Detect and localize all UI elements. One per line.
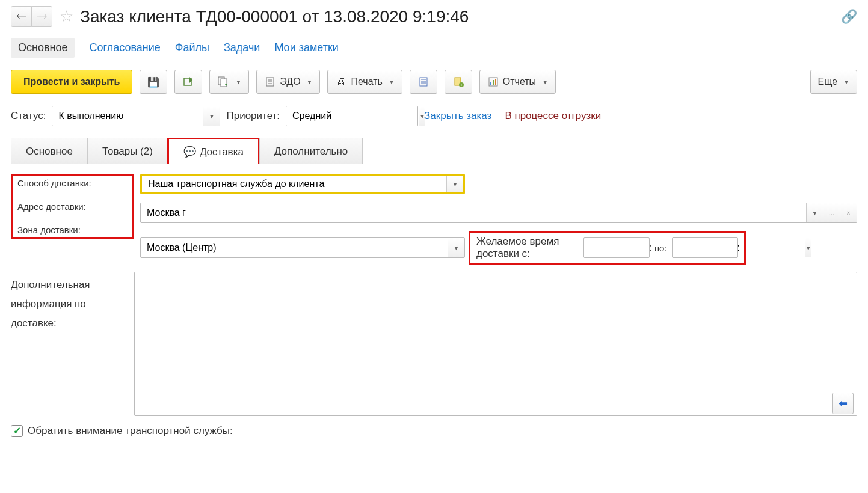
shipping-status-link[interactable]: В процессе отгрузки bbox=[505, 110, 601, 122]
delivery-time-group: Желаемое время доставки с: ▼ по: ▼ bbox=[469, 231, 746, 265]
toolbar: Провести и закрыть 💾 ▼ ЭДО▼ 🖨Печать▼ + О… bbox=[11, 70, 857, 94]
header-bar: 🡐 🡒 ☆ Заказ клиента ТД00-000001 от 13.08… bbox=[11, 6, 857, 27]
dropdown-button[interactable]: ▼ bbox=[806, 203, 823, 222]
subtab-goods[interactable]: Товары (2) bbox=[87, 138, 168, 164]
time-to-combo[interactable]: ▼ bbox=[672, 237, 738, 258]
subtab-main[interactable]: Основное bbox=[11, 138, 88, 164]
priority-combo[interactable]: ▼ bbox=[286, 106, 418, 126]
edo-icon bbox=[264, 76, 276, 88]
zone-input[interactable] bbox=[141, 238, 448, 257]
dropdown-button[interactable]: ▼ bbox=[448, 238, 464, 257]
time-to-label: по: bbox=[654, 243, 667, 253]
favorite-star-icon[interactable]: ☆ bbox=[57, 8, 75, 26]
dropdown-button[interactable]: ▼ bbox=[805, 238, 811, 257]
priority-input[interactable] bbox=[286, 106, 419, 126]
svg-rect-16 bbox=[493, 80, 494, 85]
clear-button[interactable]: × bbox=[840, 203, 857, 222]
paste-arrow-button[interactable]: ⬅ bbox=[832, 393, 854, 414]
address-label: Адрес доставки: bbox=[17, 201, 128, 212]
edo-button[interactable]: ЭДО▼ bbox=[256, 70, 320, 94]
svg-text:+: + bbox=[460, 83, 463, 87]
delivery-form: Способ доставки: Адрес доставки: Зона до… bbox=[11, 171, 857, 439]
permalink-icon[interactable]: 🔗 bbox=[841, 9, 857, 25]
secondary-tabs: Основное Товары (2) 💬Доставка Дополнител… bbox=[11, 137, 857, 164]
status-row: Статус: ▼ Приоритет: ▼ Закрыть заказ В п… bbox=[11, 106, 857, 126]
dropdown-caret-icon: ▼ bbox=[542, 79, 548, 85]
time-from-label: Желаемое время доставки с: bbox=[476, 236, 579, 260]
method-label: Способ доставки: bbox=[17, 178, 128, 188]
svg-rect-17 bbox=[495, 79, 496, 85]
subtab-extra[interactable]: Дополнительно bbox=[259, 138, 363, 164]
attach-button[interactable]: + bbox=[445, 70, 472, 94]
doc-copy-icon bbox=[217, 76, 229, 88]
new-doc-icon: + bbox=[452, 76, 464, 88]
list-button[interactable] bbox=[410, 70, 437, 94]
comment-icon: 💬 bbox=[183, 145, 196, 158]
dropdown-caret-icon: ▼ bbox=[235, 79, 241, 85]
svg-rect-15 bbox=[490, 82, 491, 85]
time-from-combo[interactable]: ▼ bbox=[583, 237, 650, 258]
ellipsis-button[interactable]: … bbox=[823, 203, 840, 222]
delivery-labels-group: Способ доставки: Адрес доставки: Зона до… bbox=[11, 174, 134, 239]
status-combo[interactable]: ▼ bbox=[52, 106, 220, 126]
dropdown-caret-icon: ▼ bbox=[307, 79, 313, 85]
tab-notes[interactable]: Мои заметки bbox=[274, 41, 339, 54]
tab-main[interactable]: Основное bbox=[11, 38, 75, 58]
back-button[interactable]: 🡐 bbox=[11, 6, 32, 27]
dropdown-caret-icon: ▼ bbox=[843, 79, 849, 85]
create-based-on-button[interactable]: ▼ bbox=[209, 70, 249, 94]
dropdown-button[interactable]: ▼ bbox=[203, 106, 220, 126]
dropdown-button[interactable]: ▼ bbox=[446, 176, 463, 192]
subtab-delivery[interactable]: 💬Доставка bbox=[167, 138, 260, 164]
page-title: Заказ клиента ТД00-000001 от 13.08.2020 … bbox=[80, 7, 469, 26]
tab-approval[interactable]: Согласование bbox=[89, 41, 160, 54]
save-button[interactable]: 💾 bbox=[140, 70, 167, 94]
post-button[interactable] bbox=[174, 70, 202, 94]
extra-info-textarea[interactable] bbox=[134, 272, 857, 416]
status-label: Статус: bbox=[11, 110, 46, 122]
forward-button[interactable]: 🡒 bbox=[31, 6, 52, 27]
attention-checkbox[interactable] bbox=[11, 425, 23, 437]
list-icon bbox=[417, 76, 429, 88]
time-to-input[interactable] bbox=[673, 238, 805, 257]
print-button[interactable]: 🖨Печать▼ bbox=[327, 70, 402, 94]
post-and-close-button[interactable]: Провести и закрыть bbox=[11, 70, 132, 94]
delivery-method-combo[interactable]: ▼ bbox=[140, 174, 465, 194]
extra-info-label: Дополнительная информация по доставке: bbox=[11, 272, 128, 334]
tab-tasks[interactable]: Задачи bbox=[224, 41, 260, 54]
more-button[interactable]: Еще▼ bbox=[810, 70, 857, 94]
status-input[interactable] bbox=[52, 106, 203, 126]
report-icon bbox=[487, 76, 499, 88]
primary-tabs: Основное Согласование Файлы Задачи Мои з… bbox=[11, 38, 857, 58]
tab-files[interactable]: Файлы bbox=[175, 41, 209, 54]
svg-rect-7 bbox=[420, 78, 427, 86]
save-icon: 💾 bbox=[147, 76, 159, 88]
zone-combo[interactable]: ▼ bbox=[140, 237, 465, 258]
reports-button[interactable]: Отчеты▼ bbox=[479, 70, 556, 94]
dropdown-caret-icon: ▼ bbox=[389, 79, 395, 85]
attention-checkbox-row: Обратить внимание транспортной службы: bbox=[11, 425, 857, 437]
address-input[interactable] bbox=[141, 203, 806, 222]
post-icon bbox=[182, 76, 194, 88]
zone-label: Зона доставки: bbox=[17, 225, 128, 235]
close-order-link[interactable]: Закрыть заказ bbox=[424, 110, 491, 122]
print-icon: 🖨 bbox=[335, 76, 347, 88]
address-combo[interactable]: ▼ … × bbox=[140, 203, 857, 223]
delivery-method-input[interactable] bbox=[142, 176, 446, 192]
priority-label: Приоритет: bbox=[226, 110, 280, 122]
attention-label: Обратить внимание транспортной службы: bbox=[28, 425, 233, 437]
